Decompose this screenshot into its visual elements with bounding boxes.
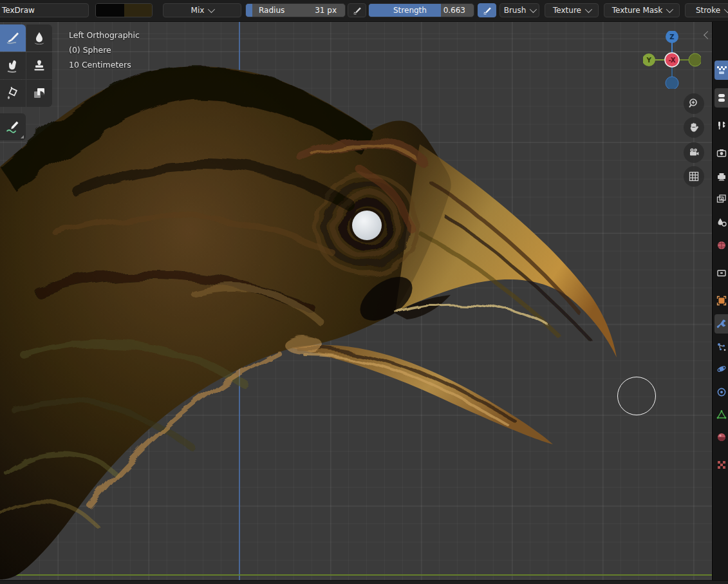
pan-hand-icon bbox=[688, 122, 700, 133]
clone-stamp-icon bbox=[32, 58, 47, 73]
stroke-popover-label: Stroke bbox=[696, 4, 720, 17]
fill-bucket-icon bbox=[5, 86, 21, 101]
tool-clone-button[interactable] bbox=[26, 52, 52, 79]
tool-annotate-button[interactable] bbox=[0, 113, 26, 140]
brush-popover-label: Brush bbox=[504, 4, 527, 17]
collection-box-icon bbox=[716, 268, 727, 278]
draw-brush-icon bbox=[5, 30, 21, 46]
tab-object[interactable] bbox=[714, 291, 728, 310]
tab-object-data[interactable] bbox=[714, 405, 728, 424]
chevron-down-icon bbox=[666, 6, 673, 13]
brush-cursor-circle bbox=[617, 377, 656, 415]
radius-slider-fill bbox=[246, 4, 252, 17]
camera-view-button[interactable] bbox=[684, 142, 704, 163]
material-sphere-icon bbox=[716, 432, 727, 442]
modifiers-wrench-icon bbox=[716, 319, 727, 329]
stylus-pressure-icon bbox=[352, 5, 362, 15]
stroke-popover[interactable]: Stroke bbox=[685, 3, 728, 17]
grid-ortho-button[interactable] bbox=[684, 166, 704, 187]
grid-scale-text: 10 Centimeters bbox=[69, 57, 140, 72]
color-swatches[interactable] bbox=[95, 3, 153, 17]
subtool-indicator bbox=[21, 135, 24, 138]
texture-checker-icon bbox=[716, 460, 727, 470]
editor-bottom-edge[interactable] bbox=[0, 580, 728, 584]
tab-active-tool[interactable] bbox=[714, 61, 728, 80]
zoom-icon bbox=[688, 98, 700, 109]
chevron-down-icon bbox=[208, 6, 215, 13]
radius-label: Radius bbox=[259, 4, 285, 17]
data-triangle-icon bbox=[716, 410, 727, 420]
tab-world[interactable] bbox=[714, 236, 728, 255]
radius-slider[interactable]: Radius 31 px bbox=[245, 3, 346, 17]
viewport-overlay-text: Left Orthographic (0) Sphere 10 Centimet… bbox=[69, 28, 140, 72]
tool-draw-button[interactable] bbox=[0, 24, 26, 52]
tab-tool-settings[interactable] bbox=[714, 116, 728, 135]
chevron-down-icon bbox=[530, 6, 537, 13]
tab-physics[interactable] bbox=[714, 359, 728, 379]
world-globe-icon bbox=[716, 240, 727, 250]
tab-particles[interactable] bbox=[714, 337, 728, 357]
orientation-gizmo[interactable]: Z Y -X bbox=[643, 31, 701, 89]
strength-label: Strength bbox=[393, 4, 427, 17]
strength-pressure-toggle[interactable] bbox=[478, 3, 496, 17]
tab-tool[interactable] bbox=[714, 88, 728, 108]
gizmo-z-label: Z bbox=[669, 33, 674, 41]
properties-tab-strip bbox=[712, 22, 728, 580]
checker-tool-icon bbox=[716, 65, 727, 75]
tool-smear-button[interactable] bbox=[0, 52, 26, 79]
strength-slider[interactable]: Strength 0.663 bbox=[368, 3, 474, 17]
tab-material[interactable] bbox=[714, 428, 728, 447]
render-camera-icon bbox=[716, 148, 727, 158]
constraints-icon bbox=[716, 387, 727, 397]
grid-ortho-icon bbox=[688, 171, 700, 182]
texture-mask-popover-label: Texture Mask bbox=[612, 4, 663, 17]
tab-modifiers[interactable] bbox=[714, 314, 728, 334]
painted-creature-model bbox=[0, 22, 712, 580]
scene-icon bbox=[716, 217, 727, 227]
texture-mask-popover[interactable]: Texture Mask bbox=[604, 3, 680, 17]
view-layer-images-icon bbox=[716, 194, 727, 204]
texture-popover[interactable]: Texture bbox=[545, 3, 599, 17]
stylus-pressure-icon bbox=[482, 5, 492, 15]
chevron-down-icon bbox=[585, 6, 592, 13]
gizmo-y-neg-ball[interactable] bbox=[689, 53, 701, 66]
eye-sphere bbox=[352, 211, 382, 240]
camera-view-icon bbox=[688, 147, 700, 158]
radius-pressure-toggle[interactable] bbox=[348, 3, 366, 17]
screwdriver-wrench-icon bbox=[716, 120, 727, 131]
strength-value: 0.663 bbox=[443, 4, 465, 17]
smear-finger-icon bbox=[5, 58, 21, 73]
primary-color-swatch[interactable] bbox=[96, 4, 124, 17]
tab-scene[interactable] bbox=[714, 212, 728, 232]
tool-soften-button[interactable] bbox=[26, 24, 52, 52]
output-printer-icon bbox=[716, 172, 727, 182]
blender-window: TexDraw Mix Radius 31 px Strength 0.663 bbox=[0, 0, 728, 584]
particles-icon bbox=[716, 342, 727, 352]
tab-collection[interactable] bbox=[714, 263, 728, 283]
blend-mode-label: Mix bbox=[191, 4, 205, 17]
paint-header: TexDraw Mix Radius 31 px Strength 0.663 bbox=[0, 0, 728, 22]
texture-popover-label: Texture bbox=[553, 4, 581, 17]
gizmo-y-label: Y bbox=[646, 57, 651, 64]
tool-mask-button[interactable] bbox=[26, 80, 52, 107]
tab-view-layer[interactable] bbox=[714, 189, 728, 209]
tab-texture[interactable] bbox=[714, 455, 728, 475]
zoom-button[interactable] bbox=[684, 93, 704, 114]
tab-render[interactable] bbox=[714, 144, 728, 163]
chevron-down-icon bbox=[724, 6, 728, 13]
tab-output[interactable] bbox=[714, 167, 728, 187]
viewport-canvas[interactable]: Left Orthographic (0) Sphere 10 Centimet… bbox=[0, 22, 712, 580]
radius-value: 31 px bbox=[315, 4, 337, 17]
soften-droplet-icon bbox=[32, 30, 47, 46]
tab-constraints[interactable] bbox=[714, 382, 728, 402]
pan-button[interactable] bbox=[684, 117, 704, 138]
brush-name-field[interactable]: TexDraw bbox=[0, 3, 89, 17]
tool-icon bbox=[716, 93, 727, 103]
gizmo-z-neg-ball[interactable] bbox=[666, 77, 678, 89]
brush-popover[interactable]: Brush bbox=[499, 3, 539, 17]
blend-mode-dropdown[interactable]: Mix bbox=[163, 3, 241, 17]
view-name-text: Left Orthographic bbox=[69, 28, 140, 42]
secondary-color-swatch[interactable] bbox=[124, 4, 153, 17]
tool-fill-button[interactable] bbox=[0, 80, 26, 107]
physics-icon bbox=[716, 364, 727, 374]
